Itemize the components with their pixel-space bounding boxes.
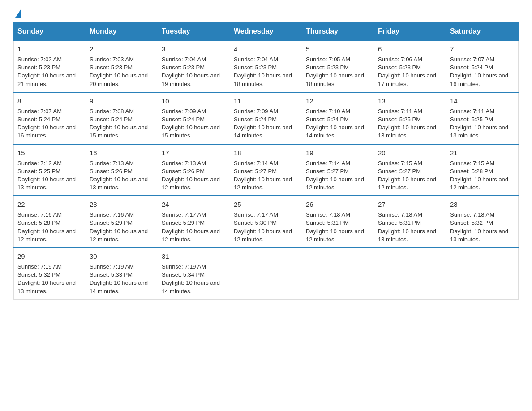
calendar-cell: 19Sunrise: 7:14 AMSunset: 5:27 PMDayligh… bbox=[302, 144, 374, 196]
daylight-text: Daylight: 10 hours and 14 minutes. bbox=[162, 279, 220, 294]
sunset-text: Sunset: 5:25 PM bbox=[450, 116, 493, 123]
calendar-cell: 11Sunrise: 7:09 AMSunset: 5:24 PMDayligh… bbox=[230, 92, 302, 144]
calendar-cell: 4Sunrise: 7:04 AMSunset: 5:23 PMDaylight… bbox=[230, 40, 302, 92]
sunrise-text: Sunrise: 7:18 AM bbox=[306, 211, 350, 218]
calendar-cell: 1Sunrise: 7:02 AMSunset: 5:23 PMDaylight… bbox=[14, 40, 86, 92]
daylight-text: Daylight: 10 hours and 16 minutes. bbox=[450, 72, 508, 87]
sunrise-text: Sunrise: 7:18 AM bbox=[378, 211, 422, 218]
day-number: 12 bbox=[306, 96, 370, 106]
calendar-cell: 15Sunrise: 7:12 AMSunset: 5:25 PMDayligh… bbox=[14, 144, 86, 196]
col-header-tuesday: Tuesday bbox=[158, 23, 230, 41]
sunset-text: Sunset: 5:34 PM bbox=[162, 271, 205, 278]
sunset-text: Sunset: 5:29 PM bbox=[90, 219, 133, 226]
day-number: 30 bbox=[90, 252, 154, 261]
sunset-text: Sunset: 5:28 PM bbox=[17, 219, 60, 226]
sunrise-text: Sunrise: 7:12 AM bbox=[17, 160, 62, 167]
sunrise-text: Sunrise: 7:19 AM bbox=[162, 263, 206, 270]
sunset-text: Sunset: 5:23 PM bbox=[90, 64, 133, 71]
day-number: 31 bbox=[162, 252, 226, 261]
calendar-cell bbox=[302, 248, 374, 299]
calendar-cell: 12Sunrise: 7:10 AMSunset: 5:24 PMDayligh… bbox=[302, 92, 374, 144]
calendar-cell: 22Sunrise: 7:16 AMSunset: 5:28 PMDayligh… bbox=[14, 196, 86, 248]
day-number: 20 bbox=[378, 148, 442, 158]
day-number: 29 bbox=[17, 252, 82, 261]
calendar-cell: 5Sunrise: 7:05 AMSunset: 5:23 PMDaylight… bbox=[302, 40, 374, 92]
sunrise-text: Sunrise: 7:07 AM bbox=[17, 108, 62, 115]
daylight-text: Daylight: 10 hours and 13 minutes. bbox=[450, 228, 508, 243]
daylight-text: Daylight: 10 hours and 20 minutes. bbox=[90, 72, 148, 87]
col-header-friday: Friday bbox=[374, 23, 446, 41]
sunset-text: Sunset: 5:27 PM bbox=[378, 168, 421, 175]
day-number: 9 bbox=[90, 96, 154, 106]
calendar-cell: 25Sunrise: 7:17 AMSunset: 5:30 PMDayligh… bbox=[230, 196, 302, 248]
sunset-text: Sunset: 5:24 PM bbox=[17, 116, 60, 123]
sunrise-text: Sunrise: 7:04 AM bbox=[162, 56, 206, 63]
calendar-cell: 6Sunrise: 7:06 AMSunset: 5:23 PMDaylight… bbox=[374, 40, 446, 92]
sunset-text: Sunset: 5:30 PM bbox=[234, 219, 277, 226]
calendar-week-4: 22Sunrise: 7:16 AMSunset: 5:28 PMDayligh… bbox=[14, 196, 519, 248]
sunset-text: Sunset: 5:25 PM bbox=[17, 168, 60, 175]
daylight-text: Daylight: 10 hours and 18 minutes. bbox=[234, 72, 292, 87]
day-number: 5 bbox=[306, 44, 370, 54]
day-number: 23 bbox=[90, 200, 154, 209]
calendar-cell: 26Sunrise: 7:18 AMSunset: 5:31 PMDayligh… bbox=[302, 196, 374, 248]
sunrise-text: Sunrise: 7:03 AM bbox=[90, 56, 134, 63]
sunset-text: Sunset: 5:27 PM bbox=[234, 168, 277, 175]
calendar-cell: 24Sunrise: 7:17 AMSunset: 5:29 PMDayligh… bbox=[158, 196, 230, 248]
sunset-text: Sunset: 5:31 PM bbox=[378, 219, 421, 226]
calendar-week-3: 15Sunrise: 7:12 AMSunset: 5:25 PMDayligh… bbox=[14, 144, 519, 196]
calendar-cell: 9Sunrise: 7:08 AMSunset: 5:24 PMDaylight… bbox=[86, 92, 158, 144]
sunset-text: Sunset: 5:26 PM bbox=[162, 168, 205, 175]
sunset-text: Sunset: 5:23 PM bbox=[306, 64, 349, 71]
calendar-cell: 30Sunrise: 7:19 AMSunset: 5:33 PMDayligh… bbox=[86, 248, 158, 299]
calendar-cell bbox=[230, 248, 302, 299]
sunrise-text: Sunrise: 7:11 AM bbox=[378, 108, 422, 115]
daylight-text: Daylight: 10 hours and 15 minutes. bbox=[162, 124, 220, 139]
daylight-text: Daylight: 10 hours and 14 minutes. bbox=[234, 124, 292, 139]
col-header-saturday: Saturday bbox=[446, 23, 519, 41]
day-number: 15 bbox=[17, 148, 82, 158]
calendar-week-2: 8Sunrise: 7:07 AMSunset: 5:24 PMDaylight… bbox=[14, 92, 519, 144]
calendar-week-5: 29Sunrise: 7:19 AMSunset: 5:32 PMDayligh… bbox=[14, 248, 519, 299]
daylight-text: Daylight: 10 hours and 13 minutes. bbox=[450, 124, 508, 139]
daylight-text: Daylight: 10 hours and 12 minutes. bbox=[450, 176, 508, 191]
calendar-table: SundayMondayTuesdayWednesdayThursdayFrid… bbox=[13, 22, 519, 300]
day-number: 24 bbox=[162, 200, 226, 209]
sunrise-text: Sunrise: 7:07 AM bbox=[450, 56, 494, 63]
calendar-cell: 29Sunrise: 7:19 AMSunset: 5:32 PMDayligh… bbox=[14, 248, 86, 299]
sunset-text: Sunset: 5:24 PM bbox=[450, 64, 493, 71]
daylight-text: Daylight: 10 hours and 12 minutes. bbox=[234, 228, 292, 243]
calendar-cell: 10Sunrise: 7:09 AMSunset: 5:24 PMDayligh… bbox=[158, 92, 230, 144]
calendar-cell: 14Sunrise: 7:11 AMSunset: 5:25 PMDayligh… bbox=[446, 92, 519, 144]
calendar-header: SundayMondayTuesdayWednesdayThursdayFrid… bbox=[14, 23, 519, 41]
calendar-cell: 13Sunrise: 7:11 AMSunset: 5:25 PMDayligh… bbox=[374, 92, 446, 144]
daylight-text: Daylight: 10 hours and 12 minutes. bbox=[162, 176, 220, 191]
day-number: 3 bbox=[162, 44, 226, 54]
col-header-wednesday: Wednesday bbox=[230, 23, 302, 41]
calendar-cell: 17Sunrise: 7:13 AMSunset: 5:26 PMDayligh… bbox=[158, 144, 230, 196]
sunset-text: Sunset: 5:23 PM bbox=[234, 64, 277, 71]
sunset-text: Sunset: 5:29 PM bbox=[162, 219, 205, 226]
calendar-cell: 23Sunrise: 7:16 AMSunset: 5:29 PMDayligh… bbox=[86, 196, 158, 248]
calendar-cell: 3Sunrise: 7:04 AMSunset: 5:23 PMDaylight… bbox=[158, 40, 230, 92]
day-number: 2 bbox=[90, 44, 154, 54]
calendar-cell: 7Sunrise: 7:07 AMSunset: 5:24 PMDaylight… bbox=[446, 40, 519, 92]
daylight-text: Daylight: 10 hours and 13 minutes. bbox=[378, 228, 436, 243]
logo-line1 bbox=[13, 9, 21, 18]
day-number: 27 bbox=[378, 200, 442, 209]
day-number: 11 bbox=[234, 96, 298, 106]
daylight-text: Daylight: 10 hours and 12 minutes. bbox=[306, 176, 364, 191]
daylight-text: Daylight: 10 hours and 13 minutes. bbox=[17, 279, 76, 294]
day-number: 14 bbox=[450, 96, 515, 106]
calendar-cell: 27Sunrise: 7:18 AMSunset: 5:31 PMDayligh… bbox=[374, 196, 446, 248]
daylight-text: Daylight: 10 hours and 12 minutes. bbox=[162, 228, 220, 243]
daylight-text: Daylight: 10 hours and 14 minutes. bbox=[306, 124, 364, 139]
col-header-thursday: Thursday bbox=[302, 23, 374, 41]
sunrise-text: Sunrise: 7:17 AM bbox=[162, 211, 206, 218]
daylight-text: Daylight: 10 hours and 12 minutes. bbox=[306, 228, 364, 243]
sunset-text: Sunset: 5:25 PM bbox=[378, 116, 421, 123]
sunrise-text: Sunrise: 7:05 AM bbox=[306, 56, 350, 63]
sunrise-text: Sunrise: 7:18 AM bbox=[450, 211, 494, 218]
sunrise-text: Sunrise: 7:15 AM bbox=[450, 160, 494, 167]
sunset-text: Sunset: 5:23 PM bbox=[162, 64, 205, 71]
